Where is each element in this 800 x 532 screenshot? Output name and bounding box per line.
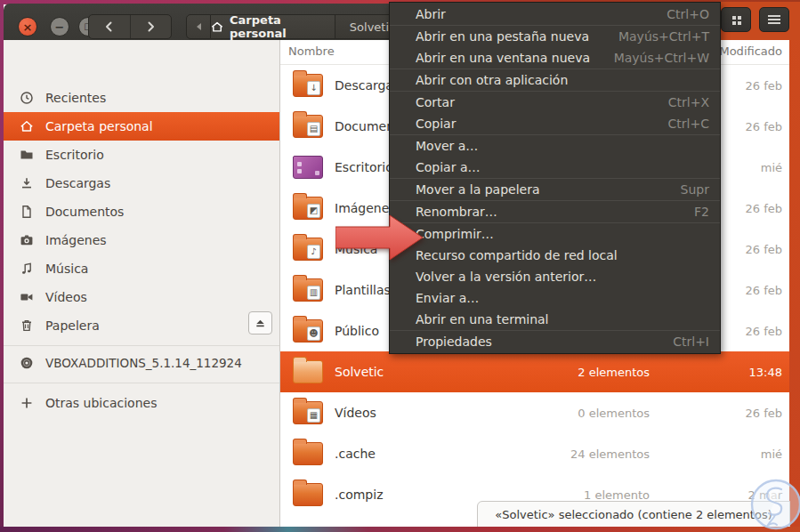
menu-label: Enviar a… [416, 291, 479, 305]
view-grid-button[interactable] [721, 7, 751, 32]
menu-item-copiar-a[interactable]: Copiar a… [390, 157, 720, 178]
sidebar-label: Escritorio [45, 148, 104, 162]
folder-icon [293, 115, 323, 138]
file-date: 13:48 [749, 366, 782, 379]
sidebar-label: Otras ubicaciones [45, 396, 157, 410]
file-date: mié [761, 447, 782, 461]
folder-icon [293, 319, 323, 343]
folder-icon [293, 278, 323, 302]
sidebar-item-imagenes[interactable]: Imágenes [4, 226, 279, 254]
menu-label: Volver a la versión anterior… [416, 270, 596, 284]
menu-item-cortar[interactable]: CortarCtrl+X [390, 92, 720, 113]
menu-label: Abrir con otra aplicación [416, 73, 568, 87]
sidebar-item-videos[interactable]: Vídeos [4, 283, 279, 311]
sidebar-label: Documentos [45, 205, 124, 219]
pathbar-scroll-left-button[interactable] [186, 14, 211, 39]
sidebar-item-documentos[interactable]: Documentos [4, 197, 279, 226]
disc-icon [20, 356, 34, 370]
menu-label: Cortar [416, 95, 455, 109]
forward-button[interactable] [131, 15, 172, 38]
file-size: 1 elemento [584, 488, 650, 502]
menu-label: Copiar a… [416, 160, 480, 174]
file-date: mié [761, 161, 782, 174]
menu-item-abrir-pestana[interactable]: Abrir en una pestaña nuevaMayús+Ctrl+T [390, 26, 720, 47]
menu-item-abrir-con-otra[interactable]: Abrir con otra aplicación [390, 69, 720, 91]
sidebar-label: Recientes [45, 91, 106, 105]
sidebar-device-label: VBOXADDITIONS_5.1.14_112924 [45, 356, 242, 370]
file-size: 2 elementos [578, 366, 650, 379]
menu-item-mover-papelera[interactable]: Mover a la papeleraSupr [390, 179, 720, 200]
sidebar: Recientes Carpeta personal Escritorio De… [4, 40, 280, 527]
trash-icon [20, 318, 34, 333]
video-icon [20, 290, 34, 304]
menu-label: Abrir en una pestaña nueva [416, 29, 589, 44]
folder-icon [20, 148, 34, 162]
file-name: .compiz [335, 488, 383, 502]
file-name: .cache [335, 447, 376, 461]
grid-view-icon [732, 16, 736, 20]
menu-item-abrir-ventana[interactable]: Abrir en una ventana nuevaMayús+Ctrl+W [390, 47, 720, 69]
column-header-modificado[interactable]: Modificado [719, 44, 782, 58]
menu-shortcut: Mayús+Ctrl+W [614, 51, 709, 65]
home-icon [211, 20, 223, 34]
menu-label: Propiedades [416, 335, 492, 349]
sidebar-item-papelera[interactable]: Papelera [4, 311, 279, 340]
file-date: 26 feb [745, 284, 782, 297]
sidebar-item-recientes[interactable]: Recientes [4, 84, 279, 112]
file-row-solvetic[interactable]: Solvetic 2 elementos 13:48 [280, 351, 789, 392]
minimize-button[interactable]: − [50, 17, 69, 36]
menu-item-mover-a[interactable]: Mover a… [390, 135, 720, 157]
sidebar-separator [4, 345, 279, 346]
file-date: 26 feb [745, 202, 782, 215]
folder-icon [293, 238, 323, 261]
file-size: 24 elementos [570, 447, 650, 461]
context-menu: AbrirCtrl+O Abrir en una pestaña nuevaMa… [389, 2, 721, 354]
folder-icon [293, 74, 323, 97]
sidebar-item-escritorio[interactable]: Escritorio [4, 141, 279, 169]
chevron-right-icon [143, 20, 158, 34]
plus-icon [20, 396, 34, 410]
menu-item-propiedades[interactable]: PropiedadesCtrl+I [390, 331, 720, 352]
column-header-nombre[interactable]: Nombre [288, 44, 335, 58]
music-icon [20, 262, 34, 276]
menu-item-recurso-compartido[interactable]: Recurso compartido de red local [390, 245, 720, 266]
folder-icon [293, 360, 323, 383]
pathbar-segment-home[interactable]: Carpeta personal [211, 14, 335, 39]
home-icon [20, 119, 34, 133]
menu-item-volver-version[interactable]: Volver a la versión anterior… [390, 266, 720, 287]
menu-label: Mover a la papelera [416, 182, 540, 197]
sidebar-item-carpeta-personal[interactable]: Carpeta personal [4, 112, 279, 141]
sidebar-label: Papelera [45, 318, 100, 333]
menu-shortcut: Supr [681, 182, 709, 197]
menu-item-abrir-terminal[interactable]: Abrir en una terminal [390, 309, 720, 330]
wallpaper-edge-right [789, 4, 800, 528]
status-text: «Solvetic» seleccionado (contiene 2 elem… [495, 508, 772, 521]
sidebar-label: Imágenes [45, 233, 107, 247]
menu-label: Comprimir… [416, 227, 494, 241]
menu-item-renombrar[interactable]: Renombrar…F2 [390, 201, 720, 222]
sidebar-item-musica[interactable]: Música [4, 254, 279, 283]
sidebar-item-vboxadditions[interactable]: VBOXADDITIONS_5.1.14_112924 [4, 349, 279, 377]
file-row-cache[interactable]: .cache 24 elementos mié [280, 433, 789, 474]
menu-label: Abrir en una ventana nueva [416, 51, 590, 65]
menu-shortcut: Ctrl+C [668, 117, 709, 131]
app-menu-button[interactable] [759, 7, 789, 32]
sidebar-label: Carpeta personal [45, 119, 153, 133]
sidebar-item-otras-ubicaciones[interactable]: Otras ubicaciones [4, 389, 279, 417]
back-button[interactable] [89, 15, 131, 38]
screenshot-root: × − □ Carpeta personal Solvetic [0, 0, 800, 532]
menu-item-abrir[interactable]: AbrirCtrl+O [390, 4, 720, 25]
desktop-icon [293, 156, 323, 179]
sidebar-item-descargas[interactable]: Descargas [4, 169, 279, 197]
close-button[interactable]: × [18, 17, 37, 36]
eject-button[interactable] [248, 311, 272, 335]
hamburger-menu-icon [768, 15, 780, 17]
file-row-videos[interactable]: Vídeos 0 elementos 26 feb [280, 392, 789, 433]
menu-item-comprimir[interactable]: Comprimir… [390, 223, 720, 245]
folder-icon [293, 401, 323, 424]
menu-label: Mover a… [416, 139, 478, 153]
menu-label: Abrir en una terminal [416, 312, 549, 326]
menu-item-copiar[interactable]: CopiarCtrl+C [390, 113, 720, 134]
file-name: Escritorio [335, 160, 393, 174]
menu-item-enviar-a[interactable]: Enviar a… [390, 287, 720, 309]
